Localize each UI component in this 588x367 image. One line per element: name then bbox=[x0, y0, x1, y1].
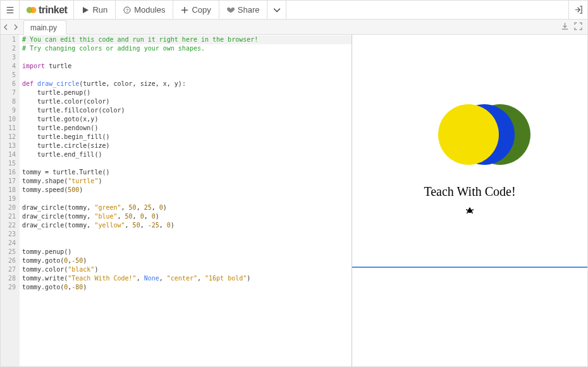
code-line[interactable]: tommy = turtle.Turtle() bbox=[22, 168, 352, 177]
svg-point-1 bbox=[30, 7, 37, 13]
code-line[interactable]: turtle.color(color) bbox=[22, 97, 352, 106]
chevron-down-icon bbox=[273, 6, 281, 14]
code-editor[interactable]: 1234567891011121314151617181920212223242… bbox=[1, 35, 352, 366]
fullscreen-button[interactable] bbox=[574, 22, 582, 32]
menu-button[interactable] bbox=[1, 1, 20, 20]
code-line[interactable]: tommy.goto(0,-80) bbox=[22, 283, 352, 292]
run-button[interactable]: Run bbox=[74, 1, 116, 20]
svg-point-6 bbox=[466, 209, 467, 210]
svg-point-8 bbox=[467, 212, 468, 214]
download-button[interactable] bbox=[561, 22, 569, 32]
trinket-logo-icon bbox=[26, 6, 37, 15]
more-dropdown[interactable] bbox=[267, 1, 286, 20]
code-line[interactable]: # Try changing colors or adding your own… bbox=[22, 44, 352, 53]
code-line[interactable]: draw_circle(tommy, "blue", 50, 0, 0) bbox=[22, 212, 352, 221]
code-line[interactable]: turtle.pendown() bbox=[22, 124, 352, 133]
share-label: Share bbox=[238, 5, 260, 15]
plus-icon bbox=[181, 6, 188, 14]
play-icon bbox=[82, 6, 89, 14]
modules-button[interactable]: ? Modules bbox=[116, 1, 173, 20]
code-line[interactable] bbox=[22, 53, 352, 62]
svg-point-4 bbox=[467, 209, 472, 213]
turtle-cursor-icon bbox=[465, 207, 474, 217]
code-line[interactable]: tommy.color("black") bbox=[22, 265, 352, 274]
file-tab[interactable]: main.py bbox=[23, 20, 66, 35]
code-line[interactable]: turtle.penup() bbox=[22, 88, 352, 97]
share-button[interactable]: Share bbox=[219, 1, 268, 20]
svg-point-9 bbox=[472, 212, 473, 214]
turtle-canvas: Teach With Code! bbox=[352, 35, 587, 267]
code-line[interactable]: def draw_circle(turtle, color, size, x, … bbox=[22, 80, 352, 88]
output-pane: Teach With Code! bbox=[352, 35, 587, 366]
copy-button[interactable]: Copy bbox=[173, 1, 219, 20]
tab-bar: main.py bbox=[1, 20, 587, 35]
code-line[interactable]: # You can edit this code and run it righ… bbox=[22, 35, 352, 44]
canvas-text: Teach With Code! bbox=[424, 184, 515, 199]
nav-back[interactable] bbox=[1, 20, 11, 34]
code-line[interactable]: import turtle bbox=[22, 62, 352, 71]
expand-icon bbox=[574, 22, 582, 30]
code-line[interactable]: turtle.end_fill() bbox=[22, 150, 352, 159]
copy-label: Copy bbox=[192, 5, 211, 15]
download-icon bbox=[561, 22, 569, 30]
chevron-right-icon bbox=[14, 24, 18, 30]
svg-point-7 bbox=[472, 209, 474, 210]
chevron-left-icon bbox=[4, 24, 8, 30]
line-gutter: 1234567891011121314151617181920212223242… bbox=[1, 35, 20, 366]
login-icon bbox=[574, 6, 582, 14]
code-line[interactable]: tommy.shape("turtle") bbox=[22, 177, 352, 186]
svg-text:?: ? bbox=[126, 8, 129, 13]
nav-forward[interactable] bbox=[11, 20, 21, 34]
file-tab-label: main.py bbox=[30, 23, 57, 32]
svg-point-5 bbox=[469, 208, 471, 210]
code-line[interactable]: turtle.goto(x,y) bbox=[22, 115, 352, 124]
code-line[interactable] bbox=[22, 230, 352, 239]
main-split: 1234567891011121314151617181920212223242… bbox=[1, 35, 587, 366]
run-label: Run bbox=[92, 5, 107, 15]
code-line[interactable]: tommy.goto(0,-50) bbox=[22, 256, 352, 265]
share-icon bbox=[227, 6, 235, 14]
code-line[interactable]: turtle.circle(size) bbox=[22, 141, 352, 150]
code-line[interactable] bbox=[22, 71, 352, 80]
code-line[interactable] bbox=[22, 159, 352, 168]
question-icon: ? bbox=[123, 6, 131, 14]
code-line[interactable]: turtle.fillcolor(color) bbox=[22, 106, 352, 115]
code-line[interactable] bbox=[22, 195, 352, 203]
circle-yellow bbox=[438, 104, 499, 165]
hamburger-icon bbox=[6, 6, 15, 15]
code-line[interactable]: draw_circle(tommy, "yellow", 50, -25, 0) bbox=[22, 221, 352, 230]
code-line[interactable] bbox=[22, 239, 352, 248]
console-area[interactable] bbox=[352, 268, 587, 366]
code-line[interactable]: tommy.write("Teach With Code!", None, "c… bbox=[22, 274, 352, 283]
code-line[interactable]: turtle.begin_fill() bbox=[22, 133, 352, 141]
login-button[interactable] bbox=[568, 1, 587, 20]
code-content[interactable]: # You can edit this code and run it righ… bbox=[20, 35, 352, 366]
code-line[interactable]: draw_circle(tommy, "green", 50, 25, 0) bbox=[22, 203, 352, 212]
brand-logo[interactable]: trinket bbox=[20, 1, 74, 20]
top-toolbar: trinket Run ? Modules Copy Share bbox=[1, 1, 587, 20]
brand-name: trinket bbox=[39, 4, 67, 16]
modules-label: Modules bbox=[134, 5, 165, 15]
code-line[interactable]: tommy.speed(500) bbox=[22, 186, 352, 195]
code-line[interactable]: tommy.penup() bbox=[22, 248, 352, 256]
